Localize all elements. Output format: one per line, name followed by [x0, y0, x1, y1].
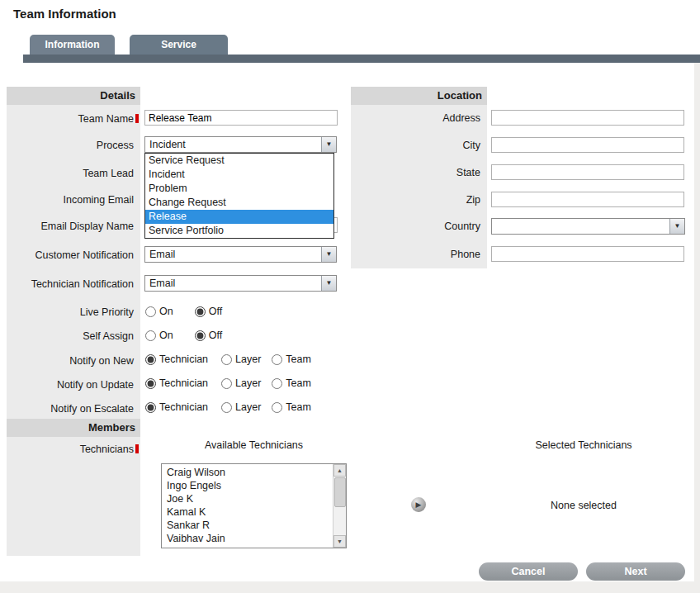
- available-technicians-title: Available Technicians: [161, 439, 347, 451]
- zip-label: Zip: [351, 194, 480, 206]
- email-display-name-label: Email Display Name: [7, 221, 134, 233]
- notify-on-update-group: Technician Layer Team: [145, 377, 311, 389]
- tab-bar: [23, 55, 700, 63]
- live-priority-label: Live Priority: [7, 306, 134, 319]
- incoming-email-label: Incoming Email: [7, 194, 134, 206]
- available-technicians-items: Craig Wilson Ingo Engels Joe K Kamal K S…: [162, 466, 333, 545]
- notify-update-layer-radio[interactable]: [221, 378, 232, 389]
- country-label: Country: [351, 221, 480, 233]
- phone-input[interactable]: [491, 246, 684, 262]
- team-name-label: Team Name: [7, 113, 134, 126]
- required-marker: [135, 114, 139, 123]
- members-section-header: Members: [7, 419, 140, 437]
- technician-notification-select[interactable]: Email ▼: [144, 275, 337, 292]
- country-select[interactable]: ▼: [491, 218, 685, 235]
- notify-update-technician-radio[interactable]: [145, 378, 156, 389]
- team-lead-label: Team Lead: [7, 168, 134, 180]
- process-label: Process: [7, 140, 134, 152]
- notify-escalate-layer-option[interactable]: Layer: [221, 401, 261, 413]
- scrollbar-thumb[interactable]: [334, 477, 346, 507]
- selected-technicians-title: Selected Technicians: [460, 439, 700, 451]
- chevron-down-icon[interactable]: ▼: [669, 219, 684, 234]
- notify-new-team-option[interactable]: Team: [272, 353, 311, 365]
- details-section-header: Details: [7, 87, 140, 105]
- city-input[interactable]: [491, 137, 684, 153]
- team-name-input[interactable]: [144, 110, 338, 126]
- live-priority-group: On Off: [145, 306, 222, 317]
- technician-notification-label: Technician Notification: [7, 278, 134, 291]
- self-assign-on-radio[interactable]: [145, 330, 156, 341]
- page-right-margin: [694, 63, 700, 583]
- arrow-right-icon: ▶: [416, 500, 422, 509]
- technician-list-item[interactable]: Joe K: [162, 492, 333, 505]
- process-select[interactable]: Incident ▼: [144, 136, 337, 153]
- chevron-down-icon[interactable]: ▼: [321, 137, 336, 152]
- notify-update-layer-option[interactable]: Layer: [221, 377, 261, 389]
- notify-new-technician-radio[interactable]: [145, 354, 156, 365]
- notify-on-new-group: Technician Layer Team: [145, 353, 311, 365]
- add-technician-button[interactable]: ▶: [411, 497, 426, 512]
- self-assign-on-option[interactable]: On: [145, 330, 173, 341]
- self-assign-off-option[interactable]: Off: [195, 330, 222, 341]
- technician-list-item[interactable]: Craig Wilson: [162, 466, 333, 479]
- notify-escalate-team-option[interactable]: Team: [272, 401, 311, 413]
- technician-notification-value: Email: [149, 278, 175, 289]
- notify-new-layer-option[interactable]: Layer: [221, 353, 261, 365]
- process-option-service-request[interactable]: Service Request: [145, 154, 333, 168]
- city-label: City: [351, 140, 480, 152]
- live-priority-off-radio[interactable]: [195, 306, 206, 317]
- notify-update-technician-option[interactable]: Technician: [145, 377, 208, 389]
- next-button[interactable]: Next: [586, 562, 685, 581]
- technician-list-item[interactable]: Vaibhav Jain: [162, 532, 333, 545]
- technician-list-item[interactable]: Sankar R: [162, 519, 333, 532]
- scroll-up-icon[interactable]: ▲: [333, 464, 346, 477]
- self-assign-label: Self Assign: [7, 330, 134, 343]
- chevron-down-icon[interactable]: ▼: [321, 247, 336, 262]
- location-section-header: Location: [351, 87, 487, 105]
- notify-escalate-technician-option[interactable]: Technician: [145, 401, 208, 413]
- customer-notification-select[interactable]: Email ▼: [144, 246, 337, 263]
- notify-escalate-layer-radio[interactable]: [221, 402, 232, 413]
- cancel-button[interactable]: Cancel: [479, 562, 578, 581]
- state-input[interactable]: [491, 164, 684, 180]
- listbox-scrollbar[interactable]: ▲ ▼: [333, 464, 346, 548]
- notify-on-new-label: Notify on New: [7, 355, 134, 368]
- zip-input[interactable]: [491, 192, 684, 207]
- state-label: State: [351, 167, 480, 179]
- process-dropdown-list: Service Request Incident Problem Change …: [144, 153, 334, 239]
- technicians-label: Technicians: [7, 444, 134, 456]
- notify-update-team-radio[interactable]: [272, 378, 282, 389]
- process-option-release[interactable]: Release: [145, 210, 333, 224]
- tab-information[interactable]: Information: [30, 35, 115, 55]
- notify-new-layer-radio[interactable]: [221, 354, 232, 365]
- technician-list-item[interactable]: Ingo Engels: [162, 479, 333, 492]
- live-priority-on-radio[interactable]: [145, 306, 156, 317]
- customer-notification-value: Email: [149, 249, 175, 260]
- address-label: Address: [351, 112, 480, 125]
- process-option-incident[interactable]: Incident: [145, 168, 333, 182]
- process-option-problem[interactable]: Problem: [145, 182, 333, 196]
- address-input[interactable]: [491, 110, 684, 126]
- scroll-down-icon[interactable]: ▼: [333, 535, 346, 548]
- customer-notification-label: Customer Notification: [7, 249, 134, 262]
- live-priority-on-option[interactable]: On: [145, 306, 173, 317]
- process-option-change-request[interactable]: Change Request: [145, 196, 333, 210]
- technician-list-item[interactable]: Kamal K: [162, 505, 333, 519]
- location-label-column: [351, 105, 487, 268]
- page-title: Team Information: [13, 7, 116, 21]
- tab-service[interactable]: Service: [130, 35, 228, 55]
- selected-technicians-empty: None selected: [460, 500, 700, 511]
- available-technicians-listbox[interactable]: Craig Wilson Ingo Engels Joe K Kamal K S…: [161, 463, 347, 548]
- chevron-down-icon[interactable]: ▼: [321, 276, 336, 291]
- notify-new-team-radio[interactable]: [272, 354, 282, 365]
- notify-update-team-option[interactable]: Team: [272, 377, 311, 389]
- notify-on-escalate-group: Technician Layer Team: [145, 401, 311, 413]
- notify-new-technician-option[interactable]: Technician: [145, 353, 208, 365]
- phone-label: Phone: [351, 249, 480, 261]
- notify-escalate-technician-radio[interactable]: [145, 402, 156, 413]
- self-assign-off-radio[interactable]: [195, 330, 206, 341]
- page-bottom-margin: [0, 581, 700, 593]
- live-priority-off-option[interactable]: Off: [195, 306, 222, 317]
- process-option-service-portfolio[interactable]: Service Portfolio: [145, 224, 333, 238]
- notify-escalate-team-radio[interactable]: [272, 402, 282, 413]
